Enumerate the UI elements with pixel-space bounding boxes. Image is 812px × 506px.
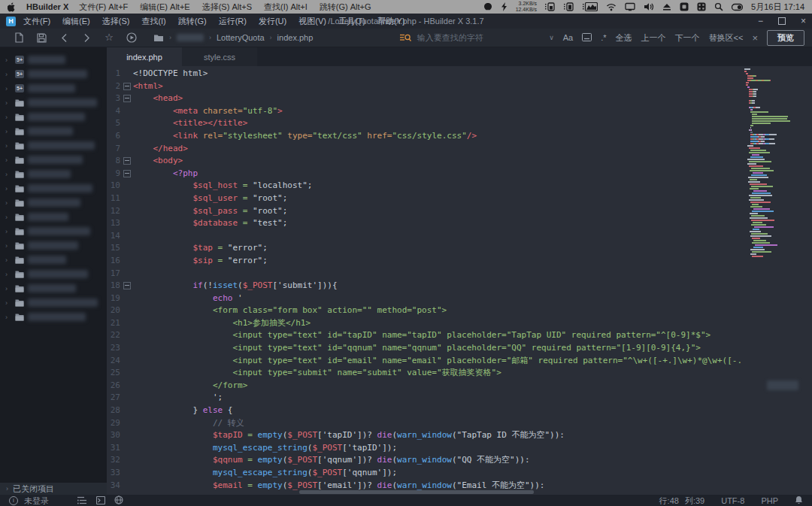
- run-button[interactable]: [120, 32, 143, 43]
- chevron-down-icon[interactable]: ∨: [549, 34, 554, 41]
- display-icon[interactable]: [625, 2, 635, 11]
- cursor-line-label[interactable]: 行:48: [659, 495, 679, 506]
- notification-blob-icon[interactable]: [483, 2, 492, 11]
- app-square-icon[interactable]: [680, 2, 689, 11]
- search-input[interactable]: 输入要查找的字符 ∨: [400, 32, 554, 44]
- launchpad-grid-icon[interactable]: [697, 2, 706, 11]
- chevron-right-icon[interactable]: ›: [5, 85, 11, 92]
- menu-item[interactable]: 查找(I): [141, 16, 165, 27]
- menu-item[interactable]: 跳转(G) Alt+G: [320, 2, 371, 13]
- find-prev-button[interactable]: 上一个: [641, 32, 666, 44]
- volume-icon[interactable]: [644, 2, 654, 11]
- project-item[interactable]: ›5+: [0, 81, 107, 95]
- fold-gutter[interactable]: [120, 168, 133, 180]
- fold-gutter[interactable]: [120, 92, 133, 105]
- chevron-right-icon[interactable]: ›: [5, 256, 11, 264]
- project-item[interactable]: ›: [0, 310, 107, 324]
- back-button[interactable]: [53, 33, 75, 43]
- sysbar-app-name[interactable]: HBuilder X: [26, 2, 68, 11]
- project-item[interactable]: ›: [0, 138, 107, 153]
- outline-view-icon[interactable]: [77, 496, 87, 506]
- project-item[interactable]: ›: [0, 195, 107, 210]
- project-item[interactable]: ›: [0, 253, 107, 267]
- tab-index.php[interactable]: index.php: [107, 47, 182, 66]
- project-item[interactable]: ›: [0, 281, 107, 295]
- menu-item[interactable]: 文件(F) Alt+F: [79, 2, 128, 13]
- chevron-right-icon[interactable]: ›: [5, 228, 11, 235]
- project-item[interactable]: ›: [0, 167, 107, 181]
- forward-button[interactable]: [75, 33, 98, 43]
- project-item[interactable]: ›: [0, 295, 107, 310]
- fold-marker-icon[interactable]: [123, 95, 131, 102]
- chevron-right-icon[interactable]: ›: [5, 314, 11, 321]
- new-file-button[interactable]: [8, 32, 30, 43]
- project-item[interactable]: ›: [0, 110, 107, 124]
- system-clock[interactable]: 5月16日 17:14: [751, 2, 804, 13]
- closed-projects-bar[interactable]: › 已关闭项目: [0, 483, 107, 495]
- menu-item[interactable]: 选择(S): [102, 16, 130, 27]
- close-search-icon[interactable]: ×: [752, 32, 758, 44]
- fold-gutter[interactable]: [120, 155, 133, 168]
- cpu-monitor-icon[interactable]: [545, 2, 556, 11]
- ram-monitor-icon[interactable]: [564, 2, 574, 11]
- regex-button[interactable]: .*: [601, 33, 606, 42]
- apple-logo-icon[interactable]: [8, 2, 16, 12]
- whole-word-button[interactable]: [582, 33, 592, 43]
- match-case-button[interactable]: Aa: [563, 33, 573, 42]
- cursor-column-label[interactable]: 列:39: [685, 495, 704, 506]
- menu-item[interactable]: 视图(V): [298, 16, 326, 27]
- chevron-right-icon[interactable]: ›: [5, 199, 11, 207]
- menu-item[interactable]: 选择(S) Alt+S: [202, 2, 252, 13]
- language-mode-label[interactable]: PHP: [761, 496, 778, 505]
- menu-item[interactable]: 文件(F): [23, 16, 50, 27]
- chevron-right-icon[interactable]: ›: [5, 299, 11, 307]
- chevron-right-icon[interactable]: ›: [5, 285, 11, 292]
- project-item[interactable]: ›: [0, 153, 107, 167]
- chevron-right-icon[interactable]: ›: [5, 142, 11, 150]
- chevron-right-icon[interactable]: ›: [5, 71, 11, 78]
- project-item[interactable]: ›: [0, 224, 107, 238]
- save-button[interactable]: [30, 33, 53, 43]
- fold-marker-icon[interactable]: [123, 157, 131, 165]
- code-editor[interactable]: 1<!DOCTYPE html>2<html>3 <head>4 <meta c…: [107, 66, 812, 495]
- project-item[interactable]: ›: [0, 95, 107, 110]
- bookmark-star-icon[interactable]: ☆: [98, 33, 120, 42]
- chevron-right-icon[interactable]: ›: [5, 242, 11, 250]
- project-item[interactable]: ›: [0, 181, 107, 195]
- menu-item[interactable]: 工具(T): [338, 16, 365, 27]
- chevron-right-icon[interactable]: ›: [5, 185, 11, 192]
- spotlight-search-icon[interactable]: [714, 2, 723, 11]
- chevron-right-icon[interactable]: ›: [5, 114, 11, 121]
- breadcrumb-file[interactable]: index.php: [277, 33, 314, 42]
- input-source-icon[interactable]: [501, 2, 508, 11]
- preview-button[interactable]: 预览: [767, 30, 804, 46]
- network-speed[interactable]: 3.2KB/s 12.4KB/s: [516, 1, 537, 13]
- minimap[interactable]: [744, 68, 797, 258]
- chevron-right-icon[interactable]: ›: [5, 99, 11, 107]
- project-item[interactable]: ›5+: [0, 67, 107, 81]
- encoding-label[interactable]: UTF-8: [721, 496, 744, 505]
- menu-item[interactable]: 运行(R): [219, 16, 247, 27]
- project-item[interactable]: ›5+: [0, 53, 107, 67]
- tab-style.css[interactable]: style.css: [182, 47, 257, 66]
- project-item[interactable]: ›: [0, 267, 107, 281]
- maximize-button[interactable]: [778, 17, 786, 25]
- menu-item[interactable]: 编辑(E) Alt+E: [140, 2, 189, 13]
- login-status[interactable]: i 未登录: [9, 495, 49, 506]
- eject-icon[interactable]: [662, 3, 671, 11]
- fold-gutter[interactable]: [120, 280, 133, 292]
- user-switch-icon[interactable]: [732, 3, 743, 11]
- chevron-right-icon[interactable]: ›: [5, 271, 11, 278]
- select-all-button[interactable]: 全选: [616, 32, 632, 44]
- wifi-icon[interactable]: [606, 3, 617, 11]
- fold-marker-icon[interactable]: [123, 282, 131, 289]
- fold-marker-icon[interactable]: [123, 83, 131, 90]
- breadcrumb-root-redacted[interactable]: [177, 34, 204, 41]
- minimize-button[interactable]: −: [758, 16, 763, 26]
- project-item[interactable]: ›: [0, 210, 107, 224]
- breadcrumb-project[interactable]: LotteryQuota: [217, 33, 265, 42]
- find-next-button[interactable]: 下一个: [675, 32, 700, 44]
- replace-panel-button[interactable]: 替换区<<: [709, 32, 744, 44]
- chevron-right-icon[interactable]: ›: [5, 128, 11, 135]
- chevron-right-icon[interactable]: ›: [5, 214, 11, 221]
